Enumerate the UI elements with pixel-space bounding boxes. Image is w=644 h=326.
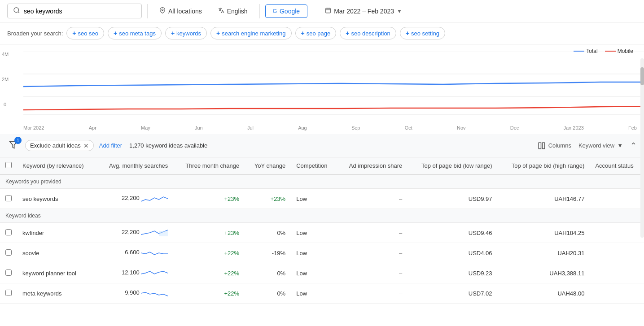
- columns-label: Columns: [548, 142, 571, 149]
- row-checkbox[interactable]: [5, 195, 12, 201]
- table-container: Keyword (by relevance) Avg. monthly sear…: [0, 157, 644, 304]
- search-input[interactable]: [24, 8, 136, 15]
- top-low-cell: USD9.97: [407, 189, 497, 209]
- row-checkbox[interactable]: [5, 290, 12, 296]
- top-high-cell: UAH20.31: [498, 243, 590, 263]
- language-icon: [218, 7, 224, 15]
- col-account-status: Account status: [590, 157, 644, 174]
- google-button[interactable]: G Google: [265, 4, 308, 18]
- x-label-2: May: [141, 125, 150, 130]
- avg-monthly-cell: 12,100: [96, 263, 173, 283]
- competition-cell: Low: [291, 223, 337, 243]
- close-icon[interactable]: ✕: [83, 143, 89, 149]
- sparkline-1: [141, 227, 168, 238]
- filter-icon-button[interactable]: 1: [7, 139, 20, 152]
- add-filter-button[interactable]: Add filter: [99, 142, 122, 149]
- collapse-button[interactable]: ⌃: [630, 141, 637, 151]
- plus-icon: +: [216, 30, 220, 37]
- table-row: seo keywords 22,200 +23% +23% Low – USD9…: [0, 189, 644, 209]
- top-high-cell: UAH3,388.11: [498, 263, 590, 283]
- collapse-icon: ⌃: [630, 141, 637, 150]
- row-checkbox-cell[interactable]: [0, 243, 17, 263]
- chart-area: Total Mobile 4M 2M 0 Mar 2022 Apr May Ju…: [0, 44, 644, 134]
- broaden-chip-3[interactable]: + search engine marketing: [210, 27, 292, 39]
- y-label-0: 0: [4, 102, 6, 107]
- columns-button[interactable]: Columns: [538, 142, 571, 150]
- location-button[interactable]: All locations: [153, 4, 208, 17]
- ad-impression-cell: –: [337, 283, 407, 304]
- yoy-cell: 0%: [245, 283, 291, 304]
- google-icon: G: [273, 8, 277, 14]
- scrollbar-thumb[interactable]: [640, 67, 644, 85]
- broaden-chip-2[interactable]: + keywords: [165, 27, 207, 39]
- broaden-chip-label-6: seo setting: [411, 30, 439, 37]
- row-checkbox[interactable]: [5, 269, 12, 276]
- top-low-cell: USD9.46: [407, 223, 497, 243]
- top-bar: All locations English G Google Mar 2022 …: [0, 0, 644, 22]
- x-label-0: Mar 2022: [23, 125, 44, 130]
- select-all-header[interactable]: [0, 157, 17, 174]
- language-button[interactable]: English: [212, 4, 254, 17]
- row-checkbox-cell[interactable]: [0, 263, 17, 283]
- x-label-7: Oct: [405, 125, 412, 130]
- avg-monthly-value: 22,200: [122, 195, 140, 201]
- chevron-down-icon: ▼: [397, 8, 402, 14]
- keyword-text: kwfinder: [22, 230, 44, 236]
- three-month-cell: +23%: [173, 223, 245, 243]
- three-month-cell: +22%: [173, 283, 245, 304]
- row-checkbox-cell[interactable]: [0, 283, 17, 304]
- date-range-button[interactable]: Mar 2022 – Feb 2023 ▼: [319, 4, 408, 17]
- yoy-cell: +23%: [245, 189, 291, 209]
- broaden-chip-1[interactable]: + seo meta tags: [108, 27, 162, 39]
- x-label-11: Feb: [628, 125, 637, 130]
- search-icon: [13, 7, 20, 15]
- broaden-chip-label-2: keywords: [176, 30, 201, 37]
- row-checkbox-cell[interactable]: [0, 223, 17, 243]
- competition-cell: Low: [291, 189, 337, 209]
- broaden-chip-4[interactable]: + seo page: [295, 27, 337, 39]
- exclude-chip[interactable]: Exclude adult ideas ✕: [25, 140, 94, 151]
- avg-monthly-cell: 22,200: [96, 223, 173, 243]
- account-status-cell: [590, 189, 644, 209]
- keyword-view-button[interactable]: Keyword view ▼: [578, 142, 623, 149]
- top-low-cell: USD4.06: [407, 243, 497, 263]
- select-all-checkbox[interactable]: [5, 162, 12, 168]
- keyword-cell: keyword planner tool: [17, 263, 96, 283]
- right-scrollbar[interactable]: [640, 58, 644, 238]
- add-filter-label: Add filter: [99, 142, 122, 149]
- broaden-chip-label-4: seo page: [307, 30, 331, 37]
- broaden-chip-5[interactable]: + seo description: [340, 27, 396, 39]
- x-label-9: Dec: [510, 125, 519, 130]
- keyword-text: seo keywords: [22, 196, 58, 202]
- svg-rect-3: [326, 8, 331, 13]
- x-label-6: Sep: [351, 125, 360, 130]
- svg-point-0: [14, 8, 19, 13]
- x-label-10: Jan 2023: [563, 125, 583, 130]
- filter-bar: 1 Exclude adult ideas ✕ Add filter 1,270…: [0, 134, 644, 157]
- keyword-text: meta keywords: [22, 290, 61, 297]
- search-box[interactable]: [7, 4, 142, 18]
- broaden-chip-6[interactable]: + seo setting: [400, 27, 445, 39]
- plus-icon: +: [114, 30, 117, 37]
- ad-impression-cell: –: [337, 263, 407, 283]
- avg-monthly-cell: 6,600: [96, 243, 173, 263]
- location-label: All locations: [168, 8, 202, 15]
- svg-point-2: [162, 9, 163, 11]
- broaden-chip-0[interactable]: + seo seo: [66, 27, 104, 39]
- row-checkbox-cell[interactable]: [0, 189, 17, 209]
- plus-icon: +: [72, 30, 76, 37]
- competition-cell: Low: [291, 263, 337, 283]
- filter-badge: 1: [14, 137, 22, 144]
- keywords-table: Keyword (by relevance) Avg. monthly sear…: [0, 157, 644, 304]
- columns-icon: [538, 142, 546, 150]
- broaden-chip-label-1: seo meta tags: [119, 30, 156, 37]
- table-row: kwfinder 22,200 +23% 0% Low – USD9.46 UA…: [0, 223, 644, 243]
- table-body: Keywords you provided seo keywords 22,20…: [0, 174, 644, 304]
- row-checkbox[interactable]: [5, 249, 12, 256]
- ad-impression-cell: –: [337, 243, 407, 263]
- row-checkbox[interactable]: [5, 229, 12, 235]
- col-three-month: Three month change: [173, 157, 245, 174]
- filter-right: Columns Keyword view ▼ ⌃: [538, 141, 637, 151]
- x-label-5: Aug: [298, 125, 307, 130]
- chevron-down-icon: ▼: [617, 142, 623, 149]
